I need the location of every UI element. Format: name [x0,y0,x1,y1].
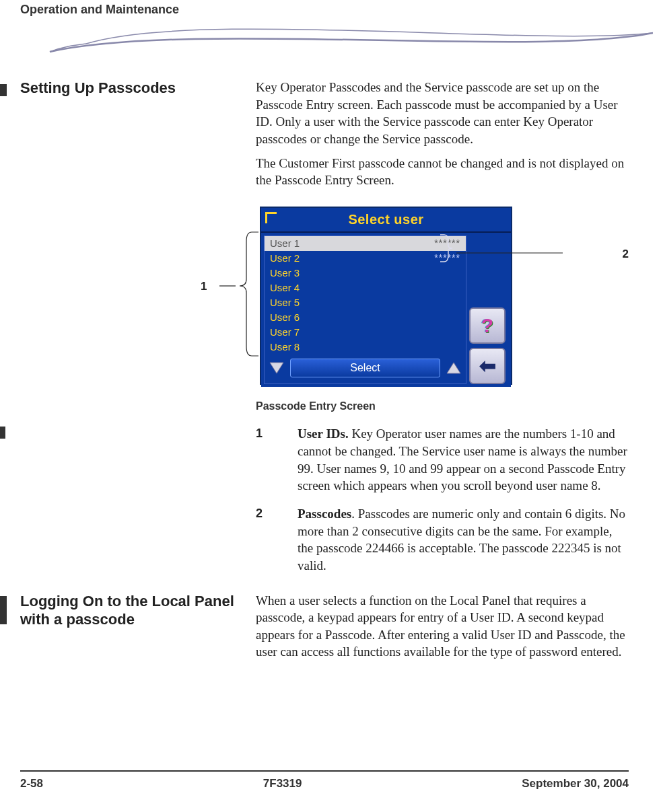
user-row[interactable]: User 8 [265,340,466,355]
user-name: User 8 [270,340,300,354]
definition-body: User IDs. Key Operator user names are th… [298,425,629,494]
scroll-up-icon[interactable] [444,360,463,376]
user-row[interactable]: User 4 [265,281,466,295]
user-row[interactable]: User 3 [265,266,466,281]
paragraph: When a user selects a function on the Lo… [256,592,629,661]
select-button[interactable]: Select [290,359,440,377]
footer-doc-number: 7F3319 [263,777,302,790]
help-button[interactable]: ? [469,307,506,344]
section-heading-setting-up: Setting Up Passcodes [20,79,176,96]
scroll-down-icon[interactable] [267,360,286,376]
paragraph: The Customer First passcode cannot be ch… [256,155,629,189]
change-bar-icon [0,84,7,96]
change-bar-icon [0,427,5,439]
callout-label-2: 2 [623,247,629,262]
chapter-title: Operation and Maintenance [20,0,629,20]
definition-number: 2 [256,505,276,575]
callout-brace-icon [439,233,458,263]
user-row[interactable]: User 7 [265,325,466,340]
user-name: User 6 [270,311,300,324]
user-name: User 5 [270,296,300,309]
change-bar-icon [0,596,7,624]
user-name: User 2 [270,252,300,265]
question-mark-icon: ? [481,312,493,340]
user-name: User 4 [270,281,300,295]
svg-marker-1 [270,363,283,373]
footer-date: September 30, 2004 [522,777,629,790]
callout-leader-icon [456,252,563,254]
figure-caption: Passcode Entry Screen [256,399,629,414]
footer-page-number: 2-58 [20,777,43,790]
section-heading-logging-on: Logging On to the Local Panel with a pas… [20,593,234,628]
decorative-swoosh [20,18,629,65]
user-name: User 7 [270,326,300,339]
user-row[interactable]: User 1 ****** [265,236,466,251]
paragraph: Key Operator Passcodes and the Service p… [256,79,629,148]
passcode-entry-panel: Select user User 1 ****** User 2 [260,207,512,385]
back-button[interactable]: ⬅ [469,348,506,384]
user-row[interactable]: User 5 [265,295,466,310]
panel-title: Select user [261,208,511,233]
user-name: User 1 [270,237,300,250]
definition-body: Passcodes. Passcodes are numeric only an… [298,505,629,575]
user-list: User 1 ****** User 2 ****** User 3 [264,235,466,384]
definition-term: User IDs. [298,427,349,441]
definition-number: 1 [256,425,276,494]
svg-marker-2 [447,363,460,373]
definition-term: Passcodes [298,507,351,521]
callout-brace-icon [219,231,260,359]
callout-label-1: 1 [201,279,207,295]
back-arrow-icon: ⬅ [479,353,496,380]
user-row[interactable]: User 2 ****** [265,251,466,266]
user-row[interactable]: User 6 [265,310,466,325]
user-name: User 3 [270,266,300,280]
